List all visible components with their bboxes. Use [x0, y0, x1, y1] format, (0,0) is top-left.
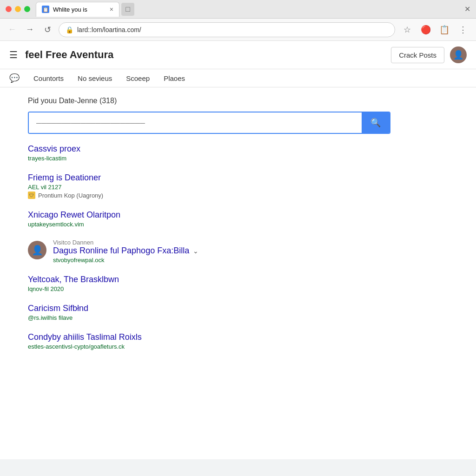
- result-title[interactable]: Xnicago Rewet Olaritpon: [28, 210, 120, 219]
- page-content: ☰ feel Free Aventura Crack Posts 👤 💬 Cou…: [0, 41, 476, 459]
- expand-icon[interactable]: ⌄: [193, 247, 198, 255]
- tab-favicon: 📋: [42, 6, 49, 13]
- avatar[interactable]: 👤: [450, 46, 467, 63]
- result-title[interactable]: Friemg is Deationer: [28, 173, 101, 182]
- new-tab-button[interactable]: □: [121, 3, 134, 16]
- result-meta-label: Visitco Dannen: [53, 239, 198, 246]
- minimize-traffic-light[interactable]: [15, 6, 21, 12]
- nav-tab-plaoes[interactable]: Plaoes: [164, 74, 185, 82]
- meta-icon: 🛡: [28, 192, 35, 199]
- traffic-lights: [6, 6, 30, 12]
- result-url: trayes-licastim: [28, 155, 448, 162]
- nav-tab-no-sevieus[interactable]: No sevieus: [78, 74, 112, 82]
- address-actions: ☆ 🔴 📋 ⋮: [400, 22, 470, 37]
- hamburger-menu-button[interactable]: ☰: [9, 49, 18, 60]
- search-box: 🔍: [28, 112, 390, 134]
- result-title[interactable]: Condyby ahiilis Taslimal Roixls: [28, 332, 142, 342]
- url-bar[interactable]: 🔒 lard::lom/loartina.com/: [59, 22, 395, 37]
- nav-tab-scoeep[interactable]: Scoeep: [126, 74, 150, 82]
- result-content: Visitco Dannen Dagus Ronline ful Paphogo…: [53, 239, 198, 264]
- extension-button-2[interactable]: 📋: [437, 22, 452, 37]
- result-title[interactable]: Dagus Ronline ful Paphogo Fxa:Billa: [53, 246, 189, 256]
- list-item: Yeltcoak, The Brasklbwn lqnov-fil 2020: [28, 275, 448, 292]
- browser-tab[interactable]: 📋 Whlite you is ×: [36, 2, 119, 17]
- avatar: 👤: [28, 241, 46, 259]
- menu-button[interactable]: ⋮: [456, 22, 470, 37]
- result-title-row: Dagus Ronline ful Paphogo Fxa:Billa ⌄: [53, 246, 198, 256]
- main-content: Pid youu Date-Jenne (318) 🔍 Cassvis proe…: [0, 87, 476, 370]
- list-item: Friemg is Deationer AEL vil 2127 🛡 Pront…: [28, 173, 448, 199]
- result-url: uptakeysemtlock.vim: [28, 221, 448, 228]
- site-header: ☰ feel Free Aventura Crack Posts 👤: [0, 41, 476, 69]
- list-item: Condyby ahiilis Taslimal Roixls estles-a…: [28, 332, 448, 350]
- window-close-button[interactable]: ✕: [464, 5, 470, 13]
- result-meta: 🛡 Prontium Kop (Uagrony): [28, 192, 448, 199]
- result-url: AEL vil 2127: [28, 184, 448, 191]
- list-item: Xnicago Rewet Olaritpon uptakeysemtlock.…: [28, 210, 448, 228]
- browser-titlebar: 📋 Whlite you is × □ ✕: [0, 0, 476, 19]
- result-url: @rs.iwilhis filave: [28, 314, 448, 321]
- url-text: lard::lom/loartina.com/: [77, 26, 388, 33]
- list-item: Caricism Sifbłnd @rs.iwilhis filave: [28, 304, 448, 321]
- nav-tab-countorts[interactable]: Countorts: [33, 74, 64, 82]
- tab-title: Whlite you is: [53, 6, 87, 13]
- tab-close-button[interactable]: ×: [110, 6, 113, 13]
- back-button[interactable]: ←: [6, 23, 19, 36]
- list-item: Cassvis proex trayes-licastim: [28, 144, 448, 162]
- result-title[interactable]: Cassvis proex: [28, 144, 80, 153]
- search-icon: 🔍: [370, 118, 381, 128]
- result-title[interactable]: Caricism Sifbłnd: [28, 304, 88, 313]
- site-title: feel Free Aventura: [25, 49, 391, 61]
- crack-posts-button[interactable]: Crack Posts: [391, 47, 444, 63]
- search-input[interactable]: [29, 112, 362, 133]
- close-traffic-light[interactable]: [6, 6, 12, 12]
- bookmark-button[interactable]: ☆: [400, 22, 415, 37]
- result-title[interactable]: Yeltcoak, The Brasklbwn: [28, 275, 119, 284]
- forward-button[interactable]: →: [23, 23, 36, 36]
- search-button[interactable]: 🔍: [362, 112, 390, 133]
- extension-button-1[interactable]: 🔴: [418, 22, 433, 37]
- tab-bar: 📋 Whlite you is × □: [36, 2, 464, 17]
- meta-text: Prontium Kop (Uagrony): [38, 192, 103, 199]
- maximize-traffic-light[interactable]: [24, 6, 30, 12]
- result-url: estles-ascentivsl-cypto/goafleturs.ck: [28, 343, 448, 350]
- secure-icon: 🔒: [66, 26, 73, 33]
- result-url: stvobyofrewpal.ock: [53, 257, 198, 264]
- notification-bar: 💬 Countorts No sevieus Scoeep Plaoes: [0, 69, 476, 87]
- list-item: 👤 Visitco Dannen Dagus Ronline ful Papho…: [28, 239, 448, 264]
- result-url: lqnov-fil 2020: [28, 285, 448, 292]
- notification-icon: 💬: [9, 73, 20, 83]
- address-bar: ← → ↺ 🔒 lard::lom/loartina.com/ ☆ 🔴 📋 ⋮: [0, 19, 476, 41]
- refresh-button[interactable]: ↺: [41, 23, 54, 36]
- search-label: Pid youu Date-Jenne (318): [28, 97, 448, 105]
